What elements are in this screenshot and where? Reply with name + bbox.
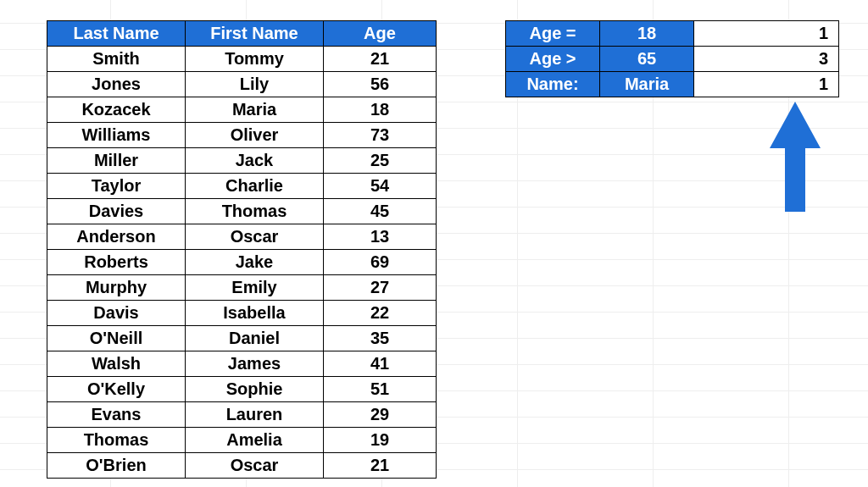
table-row[interactable]: SmithTommy21 xyxy=(47,47,437,72)
criteria-result[interactable]: 3 xyxy=(694,47,839,72)
table-row[interactable]: O'NeillDaniel35 xyxy=(47,326,437,351)
cell-last-name[interactable]: O'Neill xyxy=(47,326,186,351)
cell-first-name[interactable]: Jack xyxy=(186,148,324,174)
table-row[interactable]: JonesLily56 xyxy=(47,72,437,97)
cell-last-name[interactable]: Walsh xyxy=(47,351,186,377)
criteria-label[interactable]: Name: xyxy=(506,72,600,97)
cell-age[interactable]: 25 xyxy=(324,148,437,174)
table-row[interactable]: WalshJames41 xyxy=(47,351,437,377)
cell-first-name[interactable]: Lauren xyxy=(186,402,324,428)
cell-age[interactable]: 22 xyxy=(324,301,437,326)
cell-first-name[interactable]: Oscar xyxy=(186,224,324,250)
cell-last-name[interactable]: Taylor xyxy=(47,174,186,199)
table-row[interactable]: MillerJack25 xyxy=(47,148,437,174)
cell-first-name[interactable]: Isabella xyxy=(186,301,324,326)
cell-age[interactable]: 73 xyxy=(324,123,437,148)
cell-last-name[interactable]: O'Brien xyxy=(47,453,186,479)
arrow-up-icon xyxy=(770,102,821,212)
criteria-value[interactable]: Maria xyxy=(600,72,694,97)
criteria-row[interactable]: Age = 18 1 xyxy=(506,21,839,47)
table-row[interactable]: AndersonOscar13 xyxy=(47,224,437,250)
cell-age[interactable]: 35 xyxy=(324,326,437,351)
cell-first-name[interactable]: Emily xyxy=(186,275,324,301)
table-row[interactable]: O'KellySophie51 xyxy=(47,377,437,402)
table-row[interactable]: KozacekMaria18 xyxy=(47,97,437,123)
cell-age[interactable]: 41 xyxy=(324,351,437,377)
cell-last-name[interactable]: Thomas xyxy=(47,428,186,453)
cell-last-name[interactable]: Evans xyxy=(47,402,186,428)
cell-last-name[interactable]: Roberts xyxy=(47,250,186,275)
criteria-result[interactable]: 1 xyxy=(694,72,839,97)
cell-first-name[interactable]: Thomas xyxy=(186,199,324,224)
table-row[interactable]: DavisIsabella22 xyxy=(47,301,437,326)
cell-last-name[interactable]: Davies xyxy=(47,199,186,224)
cell-age[interactable]: 21 xyxy=(324,453,437,479)
criteria-result[interactable]: 1 xyxy=(694,21,839,47)
cell-last-name[interactable]: Davis xyxy=(47,301,186,326)
cell-first-name[interactable]: Oliver xyxy=(186,123,324,148)
cell-age[interactable]: 29 xyxy=(324,402,437,428)
cell-first-name[interactable]: Tommy xyxy=(186,47,324,72)
svg-marker-0 xyxy=(770,102,821,212)
table-header-row: Last Name First Name Age xyxy=(47,21,437,47)
criteria-label[interactable]: Age > xyxy=(506,47,600,72)
table-row[interactable]: RobertsJake69 xyxy=(47,250,437,275)
cell-last-name[interactable]: Kozacek xyxy=(47,97,186,123)
cell-last-name[interactable]: Smith xyxy=(47,47,186,72)
criteria-row[interactable]: Age > 65 3 xyxy=(506,47,839,72)
table-row[interactable]: DaviesThomas45 xyxy=(47,199,437,224)
cell-last-name[interactable]: Anderson xyxy=(47,224,186,250)
table-row[interactable]: WilliamsOliver73 xyxy=(47,123,437,148)
cell-first-name[interactable]: Daniel xyxy=(186,326,324,351)
table-row[interactable]: EvansLauren29 xyxy=(47,402,437,428)
table-row[interactable]: O'BrienOscar21 xyxy=(47,453,437,479)
cell-age[interactable]: 51 xyxy=(324,377,437,402)
cell-first-name[interactable]: Oscar xyxy=(186,453,324,479)
cell-first-name[interactable]: Maria xyxy=(186,97,324,123)
criteria-value[interactable]: 65 xyxy=(600,47,694,72)
cell-age[interactable]: 27 xyxy=(324,275,437,301)
table-row[interactable]: ThomasAmelia19 xyxy=(47,428,437,453)
criteria-label[interactable]: Age = xyxy=(506,21,600,47)
table-row[interactable]: TaylorCharlie54 xyxy=(47,174,437,199)
cell-age[interactable]: 13 xyxy=(324,224,437,250)
cell-age[interactable]: 21 xyxy=(324,47,437,72)
cell-last-name[interactable]: Miller xyxy=(47,148,186,174)
cell-last-name[interactable]: O'Kelly xyxy=(47,377,186,402)
cell-age[interactable]: 19 xyxy=(324,428,437,453)
criteria-value[interactable]: 18 xyxy=(600,21,694,47)
cell-first-name[interactable]: Sophie xyxy=(186,377,324,402)
cell-age[interactable]: 18 xyxy=(324,97,437,123)
cell-age[interactable]: 45 xyxy=(324,199,437,224)
cell-age[interactable]: 56 xyxy=(324,72,437,97)
criteria-table: Age = 18 1 Age > 65 3 Name: Maria 1 xyxy=(505,20,839,97)
people-table: Last Name First Name Age SmithTommy21 Jo… xyxy=(47,20,437,479)
cell-age[interactable]: 69 xyxy=(324,250,437,275)
cell-first-name[interactable]: Amelia xyxy=(186,428,324,453)
criteria-row[interactable]: Name: Maria 1 xyxy=(506,72,839,97)
cell-last-name[interactable]: Murphy xyxy=(47,275,186,301)
cell-last-name[interactable]: Williams xyxy=(47,123,186,148)
col-header-first-name[interactable]: First Name xyxy=(186,21,324,47)
cell-first-name[interactable]: Jake xyxy=(186,250,324,275)
cell-first-name[interactable]: Lily xyxy=(186,72,324,97)
table-row[interactable]: MurphyEmily27 xyxy=(47,275,437,301)
cell-last-name[interactable]: Jones xyxy=(47,72,186,97)
cell-first-name[interactable]: James xyxy=(186,351,324,377)
col-header-last-name[interactable]: Last Name xyxy=(47,21,186,47)
cell-age[interactable]: 54 xyxy=(324,174,437,199)
col-header-age[interactable]: Age xyxy=(324,21,437,47)
cell-first-name[interactable]: Charlie xyxy=(186,174,324,199)
